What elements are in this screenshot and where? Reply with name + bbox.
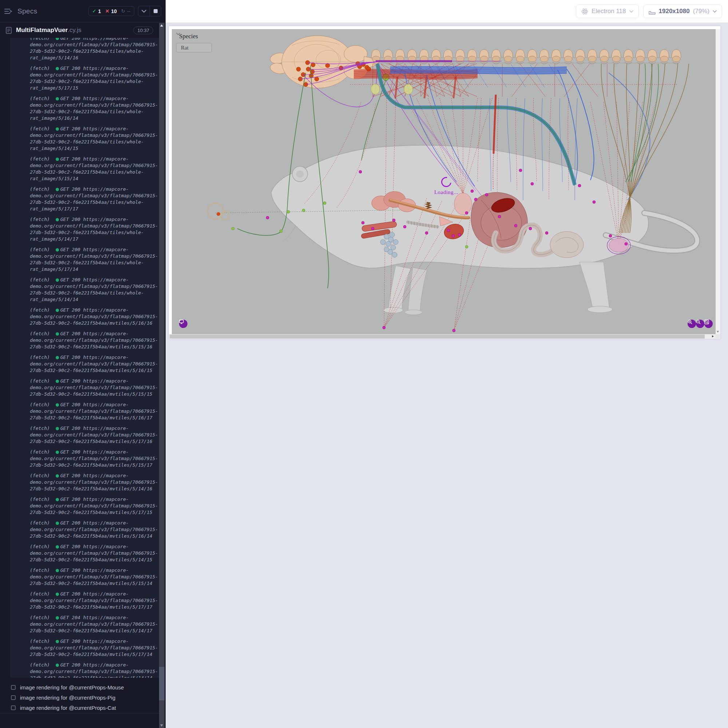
request-status-icon	[56, 474, 59, 477]
specs-list-icon[interactable]	[5, 8, 12, 15]
request-status-icon	[56, 158, 59, 161]
scrollbar-corner	[716, 334, 720, 339]
browser-label: Electron 118	[592, 8, 626, 15]
request-status-icon	[56, 67, 59, 70]
request-status-icon	[56, 569, 59, 572]
browser-selector[interactable]: Electron 118	[576, 5, 638, 18]
species-control: Species Rat	[176, 33, 212, 52]
electron-icon	[581, 8, 588, 15]
test-item-pig[interactable]: image rendering for @currentProps-Pig	[0, 692, 159, 702]
scrollbar-thumb[interactable]	[159, 667, 165, 700]
log-entry[interactable]: (fetch)GET 200 https://mapcore-demo.org/…	[30, 591, 159, 610]
log-entry[interactable]: (fetch)GET 200 https://mapcore-demo.org/…	[30, 216, 159, 242]
test-state-icon	[11, 685, 16, 690]
log-entry[interactable]: (fetch)GET 200 https://mapcore-demo.org/…	[30, 330, 159, 350]
stat-failed: ✕ 10	[105, 8, 116, 14]
zoom-out-button[interactable]	[696, 320, 704, 328]
log-entry[interactable]: (fetch)GET 200 https://mapcore-demo.org/…	[30, 38, 159, 61]
scroll-down-icon[interactable]	[717, 331, 719, 333]
scroll-up-icon[interactable]	[160, 24, 163, 27]
spec-file-icon	[6, 27, 12, 34]
log-entry[interactable]: (fetch)GET 200 https://mapcore-demo.org/…	[30, 520, 159, 540]
stop-icon	[154, 9, 158, 13]
request-status-icon	[56, 427, 59, 430]
log-entry[interactable]: (fetch)GET 200 https://mapcore-demo.org/…	[30, 378, 159, 398]
collapse-tests-button[interactable]	[138, 6, 150, 16]
request-status-icon	[56, 593, 59, 596]
test-item-cat[interactable]: image rendering for @currentProps-Cat	[0, 702, 159, 713]
sidebar-divider	[0, 713, 160, 713]
scrollbar-thumb[interactable]	[170, 335, 705, 338]
aut-horizontal-scrollbar[interactable]	[169, 334, 716, 339]
spec-row[interactable]: MultiFlatmapVuer.cy.js 10:37	[0, 23, 159, 38]
cross-icon: ✕	[105, 8, 109, 14]
log-entry[interactable]: (fetch)GET 200 https://mapcore-demo.org/…	[30, 425, 159, 445]
log-entry[interactable]: (fetch)GET 200 https://mapcore-demo.org/…	[30, 354, 159, 374]
specs-title: Specs	[17, 7, 37, 15]
sidebar-scrollbar[interactable]	[159, 23, 165, 728]
log-entry[interactable]: (fetch)GET 200 https://mapcore-demo.org/…	[30, 156, 159, 182]
viewport-info[interactable]: 1920x1080 (79%)	[643, 5, 722, 18]
request-status-icon	[56, 356, 59, 359]
refresh-icon: ↻	[121, 8, 125, 14]
scroll-right-icon[interactable]	[712, 335, 714, 337]
aut-vertical-scrollbar[interactable]	[716, 29, 720, 334]
ruler-icon	[648, 8, 656, 15]
log-entry[interactable]: (fetch)GET 200 https://mapcore-demo.org/…	[30, 246, 159, 273]
log-entry[interactable]: (fetch)GET 204 https://mapcore-demo.org/…	[30, 615, 159, 634]
run-controls	[138, 6, 161, 16]
stat-passed: ✓ 1	[92, 8, 101, 14]
chevron-down-icon	[176, 33, 180, 35]
log-entry[interactable]: (fetch)GET 200 https://mapcore-demo.org/…	[30, 662, 159, 678]
zoom-fit-icon	[704, 320, 709, 324]
stop-run-button[interactable]	[150, 6, 161, 16]
log-entry[interactable]: (fetch)GET 200 https://mapcore-demo.org/…	[30, 638, 159, 658]
species-select[interactable]: Rat	[176, 43, 212, 52]
brain-illustration	[269, 36, 379, 88]
runner-header: Electron 118 1920x1080 (79%)	[166, 0, 728, 23]
vertebral-column	[370, 49, 681, 64]
log-entry[interactable]: (fetch)GET 200 https://mapcore-demo.org/…	[30, 567, 159, 587]
spec-duration-badge: 10:37	[133, 27, 153, 34]
log-entry[interactable]: (fetch)GET 200 https://mapcore-demo.org/…	[30, 307, 159, 327]
zoom-fit-button[interactable]	[704, 320, 713, 328]
request-status-icon	[56, 97, 59, 101]
request-status-icon	[56, 278, 59, 282]
reporter-sidebar: Specs ✓ 1 ✕ 10 ↻ --	[0, 0, 166, 728]
rat-anatomy-illustration	[172, 29, 716, 334]
run-stats: ✓ 1 ✕ 10 ↻ --	[89, 6, 134, 16]
request-status-icon	[56, 616, 59, 619]
test-item-mouse[interactable]: image rendering for @currentProps-Mouse	[0, 682, 159, 692]
aut-frame: Species Rat Loading...	[169, 26, 720, 339]
request-status-icon	[56, 522, 59, 525]
log-entry[interactable]: (fetch)GET 200 https://mapcore-demo.org/…	[30, 449, 159, 468]
log-entry[interactable]: (fetch)GET 200 https://mapcore-demo.org/…	[30, 125, 159, 152]
chevron-down-icon	[629, 10, 633, 13]
log-entry[interactable]: (fetch)GET 200 https://mapcore-demo.org/…	[30, 186, 159, 212]
scroll-down-icon[interactable]	[160, 724, 163, 726]
request-status-icon	[56, 640, 59, 643]
flatmap-canvas[interactable]: Species Rat Loading...	[172, 29, 716, 334]
request-status-icon	[56, 309, 59, 312]
log-entry[interactable]: (fetch)GET 200 https://mapcore-demo.org/…	[30, 95, 159, 122]
chevron-down-icon	[713, 10, 717, 13]
viewport-size: 1920x1080	[659, 8, 690, 15]
request-status-icon	[56, 498, 59, 501]
log-entry[interactable]: (fetch)GET 200 https://mapcore-demo.org/…	[30, 496, 159, 516]
zoom-out-icon	[696, 320, 701, 324]
request-status-icon	[56, 664, 59, 667]
reporter-header: Specs ✓ 1 ✕ 10 ↻ --	[0, 0, 166, 23]
log-entry[interactable]: (fetch)GET 200 https://mapcore-demo.org/…	[30, 65, 159, 91]
log-entry[interactable]: (fetch)GET 200 https://mapcore-demo.org/…	[30, 277, 159, 303]
test-state-icon	[11, 695, 16, 700]
request-status-icon	[56, 38, 59, 40]
log-entry[interactable]: (fetch)GET 200 https://mapcore-demo.org/…	[30, 473, 159, 492]
log-entry[interactable]: (fetch)GET 200 https://mapcore-demo.org/…	[30, 543, 159, 563]
zoom-in-icon	[688, 320, 692, 324]
request-status-icon	[56, 218, 59, 221]
screenshot-button[interactable]	[179, 320, 187, 328]
log-entry[interactable]: (fetch)GET 200 https://mapcore-demo.org/…	[30, 401, 159, 421]
zoom-in-button[interactable]	[688, 320, 696, 328]
request-status-icon	[56, 188, 59, 191]
chevron-down-icon	[142, 10, 146, 13]
